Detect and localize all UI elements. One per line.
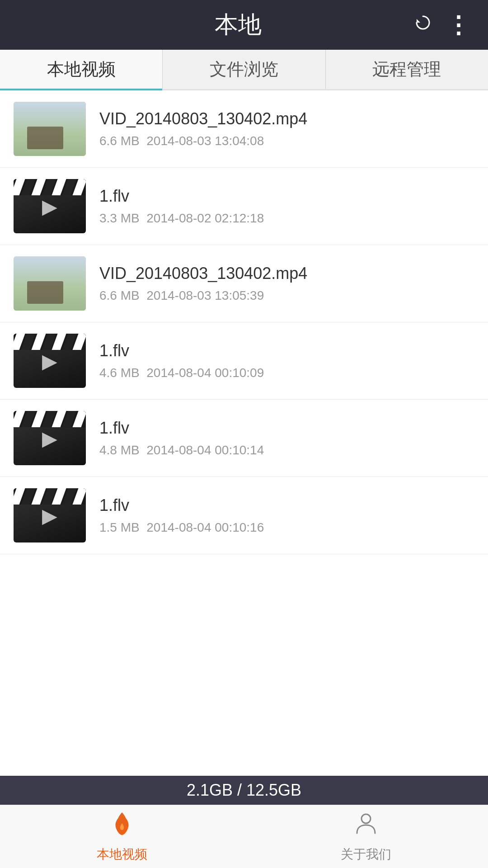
video-item[interactable]: ▶ 1.flv 1.5 MB 2014-08-04 00:10:16: [0, 477, 488, 554]
bottom-nav: 本地视频 关于我们: [0, 805, 488, 868]
video-thumbnail: ▶: [14, 179, 86, 233]
video-meta: 4.6 MB 2014-08-04 00:10:09: [99, 366, 474, 380]
nav-local-video[interactable]: 本地视频: [0, 805, 244, 868]
video-thumbnail: ▶: [14, 488, 86, 542]
video-item[interactable]: VID_20140803_130402.mp4 6.6 MB 2014-08-0…: [0, 245, 488, 322]
play-icon: ▶: [42, 195, 57, 218]
video-info: VID_20140803_130402.mp4 6.6 MB 2014-08-0…: [99, 109, 474, 148]
video-meta: 6.6 MB 2014-08-03 13:04:08: [99, 134, 474, 148]
refresh-icon[interactable]: [413, 13, 433, 37]
video-thumbnail: ▶: [14, 411, 86, 465]
svg-marker-0: [417, 19, 420, 23]
video-meta: 6.6 MB 2014-08-03 13:05:39: [99, 288, 474, 303]
nav-about-us-label: 关于我们: [341, 846, 391, 863]
video-info: 1.flv 3.3 MB 2014-08-02 02:12:18: [99, 187, 474, 226]
video-item[interactable]: ▶ 1.flv 3.3 MB 2014-08-02 02:12:18: [0, 168, 488, 245]
video-meta: 4.8 MB 2014-08-04 00:10:14: [99, 443, 474, 458]
page-title: 本地: [63, 9, 413, 41]
svg-point-1: [361, 814, 371, 823]
video-thumbnail: [14, 256, 86, 311]
video-info: 1.flv 1.5 MB 2014-08-04 00:10:16: [99, 496, 474, 535]
tab-remote-manage[interactable]: 远程管理: [326, 50, 488, 89]
video-item[interactable]: ▶ 1.flv 4.6 MB 2014-08-04 00:10:09: [0, 322, 488, 400]
video-thumbnail: ▶: [14, 334, 86, 388]
play-icon: ▶: [42, 349, 57, 373]
video-name: 1.flv: [99, 187, 474, 206]
storage-label: 2.1GB / 12.5GB: [187, 781, 301, 800]
video-info: 1.flv 4.8 MB 2014-08-04 00:10:14: [99, 419, 474, 458]
tab-file-browse[interactable]: 文件浏览: [163, 50, 325, 89]
storage-bar: 2.1GB / 12.5GB: [0, 776, 488, 805]
video-name: VID_20140803_130402.mp4: [99, 264, 474, 283]
person-icon: [354, 811, 378, 842]
video-info: 1.flv 4.6 MB 2014-08-04 00:10:09: [99, 341, 474, 380]
video-list: VID_20140803_130402.mp4 6.6 MB 2014-08-0…: [0, 90, 488, 776]
flame-icon: [110, 811, 134, 842]
more-menu-icon[interactable]: ⋮: [446, 11, 470, 38]
header-actions: ⋮: [413, 11, 470, 38]
nav-local-video-label: 本地视频: [97, 846, 147, 863]
play-icon: ▶: [42, 427, 57, 450]
nav-about-us[interactable]: 关于我们: [244, 805, 488, 868]
video-item[interactable]: ▶ 1.flv 4.8 MB 2014-08-04 00:10:14: [0, 400, 488, 477]
video-item[interactable]: VID_20140803_130402.mp4 6.6 MB 2014-08-0…: [0, 90, 488, 168]
tab-bar: 本地视频 文件浏览 远程管理: [0, 50, 488, 90]
video-thumbnail: [14, 102, 86, 156]
video-name: 1.flv: [99, 496, 474, 515]
video-meta: 1.5 MB 2014-08-04 00:10:16: [99, 520, 474, 535]
video-name: VID_20140803_130402.mp4: [99, 109, 474, 128]
video-name: 1.flv: [99, 419, 474, 438]
header: 本地 ⋮: [0, 0, 488, 50]
video-name: 1.flv: [99, 341, 474, 360]
video-info: VID_20140803_130402.mp4 6.6 MB 2014-08-0…: [99, 264, 474, 303]
play-icon: ▶: [42, 504, 57, 527]
tab-local-video[interactable]: 本地视频: [0, 50, 163, 89]
video-meta: 3.3 MB 2014-08-02 02:12:18: [99, 211, 474, 226]
